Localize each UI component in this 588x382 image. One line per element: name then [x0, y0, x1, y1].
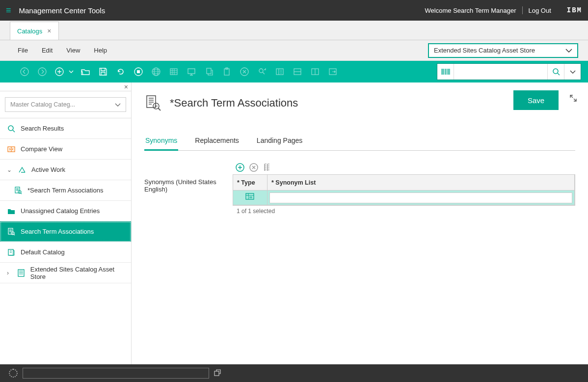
svg-rect-10: [224, 69, 229, 75]
columns-icon[interactable]: [273, 65, 287, 79]
detail-tabs: Synonyms Replacements Landing Pages: [144, 132, 575, 151]
sidebar-item-extended-store[interactable]: › Extended Sites Catalog Asset Store: [0, 263, 131, 283]
sidebar-item-label: *Search Term Associations: [27, 187, 103, 194]
paste-icon[interactable]: [220, 65, 234, 79]
grid-selection-status: 1 of 1 selected: [233, 206, 575, 217]
svg-rect-7: [170, 69, 177, 75]
refresh-icon[interactable]: [114, 65, 128, 79]
workspace-tab-strip: Catalogs ×: [0, 21, 588, 40]
explorer-sidebar: × Master Catalog Categ... Search Results…: [0, 82, 132, 364]
cell-synonym-list[interactable]: [267, 191, 575, 205]
add-row-icon[interactable]: [235, 162, 245, 173]
menu-file[interactable]: File: [18, 47, 28, 54]
search-icon: [7, 124, 16, 133]
svg-rect-9: [207, 68, 211, 74]
svg-point-13: [259, 69, 263, 73]
svg-rect-4: [137, 70, 140, 73]
chevron-down-icon[interactable]: [564, 64, 581, 80]
sidebar-item-label: Unassigned Catalog Entries: [21, 207, 100, 215]
svg-point-1: [38, 68, 46, 76]
table-row[interactable]: [233, 191, 575, 205]
store-selector[interactable]: Extended Sites Catalog Asset Store: [428, 43, 578, 58]
close-icon[interactable]: ×: [47, 27, 51, 35]
logout-link[interactable]: Log Out: [529, 7, 551, 14]
chevron-down-icon: [565, 47, 572, 54]
split-v-icon[interactable]: [308, 65, 322, 79]
sidebar-item-default-catalog[interactable]: Default Catalog: [0, 242, 131, 263]
globe-icon[interactable]: [149, 65, 163, 79]
svg-rect-21: [15, 187, 20, 193]
sidebar-item-compare-view[interactable]: Compare View: [0, 139, 131, 160]
forward-icon[interactable]: [35, 65, 49, 79]
stop-icon[interactable]: [132, 65, 145, 79]
delete-row-icon[interactable]: [248, 162, 259, 173]
tab-landing-pages[interactable]: Landing Pages: [256, 132, 303, 150]
find-replace-icon[interactable]: [255, 65, 269, 79]
svg-rect-32: [214, 371, 219, 376]
svg-point-18: [553, 69, 558, 74]
fullscreen-icon[interactable]: [569, 94, 577, 104]
monitor-icon[interactable]: [185, 65, 198, 79]
sidebar-item-label: Active Work: [31, 166, 65, 173]
sidebar-item-search-results[interactable]: Search Results: [0, 118, 131, 139]
columns-icon[interactable]: [262, 162, 273, 173]
welcome-text: Welcome Search Term Manager: [425, 7, 516, 14]
sidebar-item-label: Search Term Associations: [21, 228, 94, 235]
copy-icon[interactable]: [202, 65, 216, 79]
sidebar-item-label: Search Results: [21, 125, 64, 132]
spinner-icon: [9, 369, 18, 378]
search-icon[interactable]: [547, 64, 564, 80]
tab-catalogs[interactable]: Catalogs ×: [10, 22, 59, 40]
chevron-down-icon: [115, 103, 121, 107]
chevron-down-icon[interactable]: [68, 65, 75, 79]
dropdown-label: Master Catalog Categ...: [10, 101, 75, 108]
search-input[interactable]: [454, 64, 547, 80]
open-folder-icon[interactable]: [79, 65, 92, 79]
sidebar-item-sta-selected[interactable]: Search Term Associations: [0, 221, 131, 242]
menu-view[interactable]: View: [66, 47, 80, 54]
cell-type[interactable]: [233, 191, 267, 205]
export-icon[interactable]: [326, 65, 340, 79]
document-search-icon: [144, 94, 162, 112]
svg-rect-8: [188, 69, 195, 74]
toolbar-search: [437, 63, 581, 80]
back-icon[interactable]: [18, 65, 31, 79]
sidebar-item-label: Compare View: [21, 145, 62, 153]
menu-help[interactable]: Help: [94, 47, 107, 54]
catalog-filter-dropdown[interactable]: Master Catalog Categ...: [5, 97, 126, 112]
sidebar-item-active-work[interactable]: ⌄ Active Work: [0, 160, 131, 180]
status-input[interactable]: [23, 368, 209, 379]
tab-replacements[interactable]: Replacements: [194, 132, 240, 150]
barcode-icon[interactable]: [437, 64, 454, 80]
action-toolbar: [0, 61, 588, 82]
tab-synonyms[interactable]: Synonyms: [144, 132, 178, 151]
column-header-synonym-list[interactable]: * Synonym List: [267, 175, 575, 190]
compare-icon: [7, 145, 16, 154]
page-icon: [17, 269, 26, 277]
synonyms-grid: * Type * Synonym List: [233, 174, 575, 206]
popout-icon[interactable]: [214, 369, 221, 378]
svg-rect-14: [276, 69, 283, 75]
menu-edit[interactable]: Edit: [42, 47, 53, 54]
delete-icon[interactable]: [238, 65, 251, 79]
grid-icon[interactable]: [167, 65, 181, 79]
save-icon[interactable]: [96, 65, 110, 79]
new-icon[interactable]: [53, 65, 67, 79]
sidebar-item-unassigned[interactable]: Unassigned Catalog Entries: [0, 201, 131, 221]
ibm-logo: IBM: [567, 6, 582, 14]
split-h-icon[interactable]: [291, 65, 304, 79]
svg-rect-26: [18, 270, 24, 276]
app-title: Management Center Tools: [19, 6, 106, 15]
sidebar-collapse[interactable]: ×: [0, 82, 131, 91]
sidebar-item-label: Extended Sites Catalog Asset Store: [30, 266, 124, 280]
column-header-type[interactable]: * Type: [233, 175, 267, 190]
menu-bar: File Edit View Help Extended Sites Catal…: [0, 40, 588, 61]
hamburger-icon[interactable]: ≡: [6, 5, 11, 16]
synonym-list-input[interactable]: [269, 192, 572, 203]
active-work-icon: [18, 165, 27, 174]
sidebar-item-sta-child[interactable]: *Search Term Associations: [0, 180, 131, 201]
svg-rect-27: [147, 96, 156, 108]
save-button[interactable]: Save: [513, 90, 559, 110]
tab-label: Catalogs: [17, 27, 42, 35]
svg-rect-23: [8, 228, 13, 234]
